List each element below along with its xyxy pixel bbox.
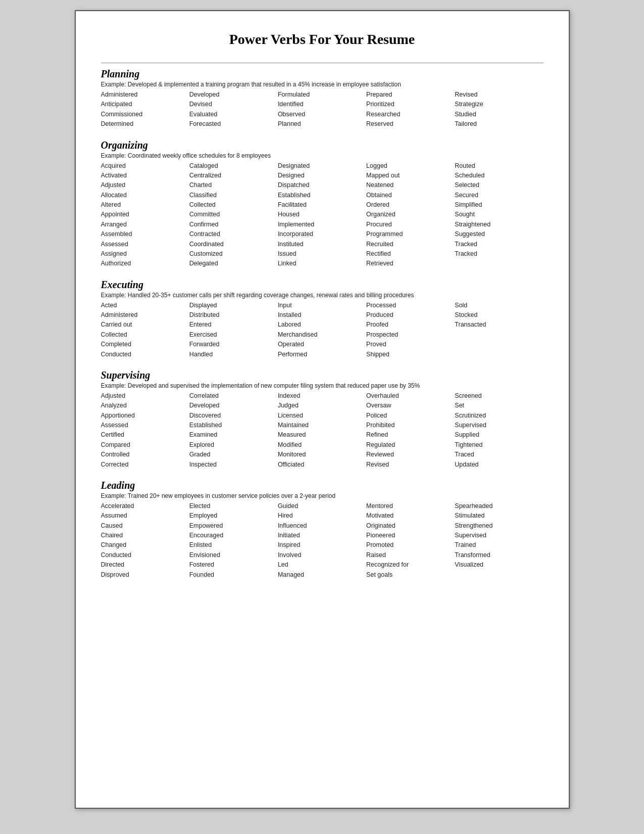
- word-item: Sought: [455, 210, 543, 219]
- word-item: Developed: [189, 401, 278, 410]
- word-item: Activated: [101, 171, 189, 180]
- page-title: Power Verbs For Your Resume: [101, 31, 543, 51]
- word-item: Programmed: [366, 229, 455, 239]
- word-item: Graded: [189, 450, 278, 459]
- word-item: Assumed: [101, 511, 189, 521]
- word-item: Classified: [189, 191, 278, 200]
- word-item: Monitored: [278, 450, 366, 459]
- word-item: Observed: [278, 110, 366, 119]
- word-item: Traced: [455, 450, 543, 459]
- word-item: Appointed: [101, 210, 189, 219]
- word-item: Assessed: [101, 240, 189, 249]
- word-item: Delegated: [189, 259, 278, 268]
- word-item: Encouraged: [189, 531, 278, 540]
- word-item: Transformed: [455, 550, 543, 560]
- word-item: Chaired: [101, 531, 189, 540]
- word-item: Examined: [189, 430, 278, 440]
- section-example-supervising: Example: Developed and supervised the im…: [101, 382, 543, 389]
- word-item: Corrected: [101, 460, 189, 470]
- word-item: Input: [278, 301, 366, 310]
- word-item: Changed: [101, 540, 189, 550]
- word-item: Determined: [101, 119, 189, 129]
- word-item: Certified: [101, 430, 189, 440]
- word-item: Directed: [101, 560, 189, 570]
- word-item: Dispatched: [278, 180, 366, 190]
- word-item: Assessed: [101, 421, 189, 430]
- word-item: Set: [455, 401, 543, 410]
- word-item: [455, 330, 543, 340]
- word-item: Regulated: [366, 440, 455, 450]
- section-title-organizing: Organizing: [101, 140, 543, 151]
- word-item: Explored: [189, 440, 278, 450]
- word-item: Overhauled: [366, 391, 455, 401]
- word-item: Supervised: [455, 421, 543, 430]
- word-item: Logged: [366, 161, 455, 171]
- word-item: Obtained: [366, 191, 455, 200]
- word-item: Pioneered: [366, 531, 455, 540]
- section-title-leading: Leading: [101, 480, 543, 491]
- word-item: Measured: [278, 430, 366, 440]
- word-item: Committed: [189, 210, 278, 219]
- word-item: Planned: [278, 119, 366, 129]
- word-item: Authorized: [101, 259, 189, 268]
- word-item: Compared: [101, 440, 189, 450]
- word-item: Inspected: [189, 460, 278, 470]
- word-item: Screened: [455, 391, 543, 401]
- word-item: Motivated: [366, 511, 455, 521]
- word-item: Processed: [366, 301, 455, 310]
- word-item: Maintained: [278, 421, 366, 430]
- word-item: Initiated: [278, 531, 366, 540]
- word-item: Led: [278, 560, 366, 570]
- section-example-leading: Example: Trained 20+ new employees in cu…: [101, 492, 543, 499]
- word-item: Raised: [366, 550, 455, 560]
- word-item: Judged: [278, 401, 366, 410]
- word-item: Revised: [455, 90, 543, 100]
- word-item: Oversaw: [366, 401, 455, 410]
- word-item: Routed: [455, 161, 543, 171]
- word-item: Guided: [278, 501, 366, 511]
- word-item: Sold: [455, 301, 543, 310]
- word-item: Housed: [278, 210, 366, 219]
- word-item: Involved: [278, 550, 366, 560]
- word-item: Prospected: [366, 330, 455, 340]
- word-item: Controlled: [101, 450, 189, 459]
- word-grid-leading: AcceleratedElectedGuidedMentoredSpearhea…: [101, 501, 543, 580]
- word-item: Installed: [278, 310, 366, 320]
- word-item: Tracked: [455, 240, 543, 249]
- word-item: Tailored: [455, 119, 543, 129]
- word-item: [455, 259, 543, 268]
- word-item: Collected: [189, 200, 278, 210]
- word-item: Visualized: [455, 560, 543, 570]
- section-title-planning: Planning: [101, 68, 543, 80]
- word-item: Designated: [278, 161, 366, 171]
- word-item: Confirmed: [189, 220, 278, 229]
- word-item: Suggested: [455, 229, 543, 239]
- word-grid-organizing: AcquiredCatalogedDesignatedLoggedRoutedA…: [101, 161, 543, 269]
- word-item: Procured: [366, 220, 455, 229]
- word-item: Strategize: [455, 100, 543, 109]
- word-item: Indexed: [278, 391, 366, 401]
- word-item: Studied: [455, 110, 543, 119]
- word-item: Linked: [278, 259, 366, 268]
- word-grid-planning: AdministeredDevelopedFormulatedPreparedR…: [101, 90, 543, 129]
- word-item: Established: [189, 421, 278, 430]
- word-item: Incorporated: [278, 229, 366, 239]
- word-item: Elected: [189, 501, 278, 511]
- word-item: Developed: [189, 90, 278, 100]
- word-item: Transacted: [455, 320, 543, 330]
- word-item: Evaluated: [189, 110, 278, 119]
- section-executing: ExecutingExample: Handled 20-35+ custome…: [101, 279, 543, 359]
- word-item: Administered: [101, 310, 189, 320]
- section-example-organizing: Example: Coordinated weekly office sched…: [101, 152, 543, 159]
- word-item: [455, 340, 543, 349]
- word-item: Forecasted: [189, 119, 278, 129]
- word-grid-supervising: AdjustedCorrelatedIndexedOverhauledScree…: [101, 391, 543, 470]
- word-item: Shipped: [366, 350, 455, 359]
- word-item: Secured: [455, 191, 543, 200]
- word-item: Labored: [278, 320, 366, 330]
- word-item: Researched: [366, 110, 455, 119]
- word-item: Customized: [189, 249, 278, 259]
- word-item: Policed: [366, 411, 455, 421]
- word-item: Founded: [189, 570, 278, 580]
- section-leading: LeadingExample: Trained 20+ new employee…: [101, 480, 543, 580]
